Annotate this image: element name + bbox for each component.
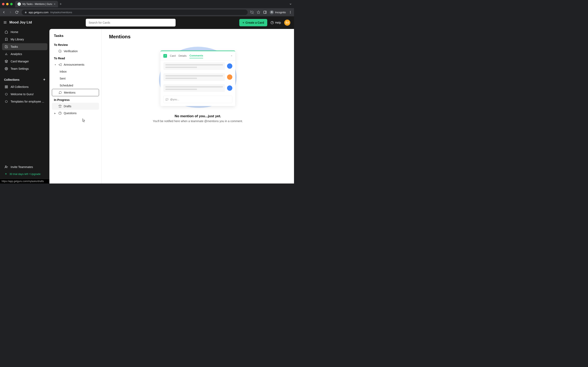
caret-down-icon[interactable]: ▼ — [54, 64, 56, 66]
plus-icon: + — [242, 21, 244, 24]
browser-tab[interactable]: G My Tasks - Mentions | Guru × — [15, 1, 58, 7]
browser-toolbar: app.getguru.com/mytasks/mentions Incogni… — [0, 8, 294, 16]
sidebar-item-home[interactable]: Home — [2, 29, 47, 35]
invite-label: Invite Teammates — [11, 165, 33, 169]
illus-reply-box: @you... — [163, 96, 232, 103]
url-path: /mytasks/mentions — [50, 11, 72, 14]
svg-point-5 — [271, 12, 272, 13]
sidebar-item-templates[interactable]: Templates for employee ... — [2, 98, 47, 105]
app-topbar: + Create a Card Help DJ — [49, 16, 294, 29]
close-window-button[interactable] — [2, 3, 4, 5]
task-item-sent[interactable]: Sent — [52, 75, 99, 82]
hamburger-icon[interactable] — [3, 21, 7, 24]
section-in-progress: In Progress — [52, 96, 99, 103]
panel-icon[interactable] — [263, 10, 267, 14]
trial-upgrade-link[interactable]: 30 trial days left • Upgrade — [2, 171, 47, 177]
svg-point-8 — [290, 12, 291, 13]
comment-bubble — [163, 84, 225, 92]
mentions-main: Mentions ✓ Card Details Comments × — [102, 29, 294, 184]
avatar-icon — [227, 63, 232, 69]
collections-header: Collections + — [0, 75, 49, 83]
task-label: Questions — [64, 111, 77, 115]
help-button[interactable]: Help — [270, 21, 281, 24]
app-main: + Create a Card Help DJ Tasks To Review — [49, 16, 294, 184]
drafts-icon — [58, 105, 62, 108]
back-button[interactable] — [2, 10, 6, 14]
task-label: Scheduled — [60, 84, 73, 87]
close-tab-icon[interactable]: × — [54, 2, 56, 6]
invite-teammates-button[interactable]: Invite Teammates — [2, 164, 47, 170]
maximize-window-button[interactable] — [10, 3, 13, 5]
task-item-scheduled[interactable]: Scheduled — [52, 82, 99, 89]
analytics-icon — [4, 52, 8, 56]
avatar-icon — [227, 75, 232, 80]
task-item-drafts[interactable]: Drafts — [52, 103, 99, 110]
new-tab-button[interactable]: + — [60, 2, 62, 6]
sidebar-item-label: Team Settings — [11, 67, 29, 70]
task-item-mentions[interactable]: Mentions — [52, 89, 99, 96]
task-label: Drafts — [64, 105, 71, 108]
task-item-questions[interactable]: ▶ Questions — [52, 110, 99, 117]
help-label: Help — [275, 21, 281, 24]
tabs-chevron-icon[interactable] — [289, 3, 292, 6]
page-title: Mentions — [109, 34, 287, 40]
svg-rect-20 — [7, 87, 8, 88]
reload-button[interactable] — [15, 11, 19, 14]
user-plus-icon — [4, 165, 8, 169]
task-item-inbox[interactable]: Inbox — [52, 68, 99, 75]
minimize-window-button[interactable] — [6, 3, 9, 5]
incognito-indicator[interactable]: Incognito — [270, 10, 286, 14]
illus-comment — [160, 72, 235, 83]
illustration-card: ✓ Card Details Comments × — [160, 50, 235, 106]
svg-point-9 — [290, 13, 291, 13]
sidebar-item-label: Card Manager — [11, 60, 29, 63]
sidebar-item-card-manager[interactable]: Card Manager — [2, 58, 47, 65]
create-label: Create a Card — [245, 21, 264, 24]
circle-icon — [4, 100, 8, 103]
incognito-label: Incognito — [275, 11, 286, 14]
task-item-verification[interactable]: Verification — [52, 48, 99, 55]
user-avatar[interactable]: DJ — [284, 20, 290, 26]
sidebar-item-all-collections[interactable]: All Collections — [2, 83, 47, 90]
svg-marker-29 — [59, 105, 61, 106]
svg-rect-3 — [264, 11, 267, 13]
sidebar-item-library[interactable]: My Library — [2, 36, 47, 43]
address-bar[interactable]: app.getguru.com/mytasks/mentions — [22, 9, 248, 15]
comment-bubble — [163, 73, 225, 81]
megaphone-icon — [58, 63, 62, 66]
sidebar-item-analytics[interactable]: Analytics — [2, 50, 47, 58]
sidebar-item-label: All Collections — [11, 85, 29, 89]
search-input[interactable] — [86, 19, 176, 26]
trial-label: 30 trial days left • Upgrade — [9, 173, 41, 175]
forward-button[interactable] — [9, 10, 13, 14]
sidebar-item-team-settings[interactable]: Team Settings — [2, 65, 47, 72]
sidebar-item-tasks[interactable]: Tasks — [2, 43, 47, 50]
svg-marker-2 — [257, 11, 260, 14]
kebab-menu-icon[interactable] — [289, 11, 292, 14]
svg-point-6 — [272, 12, 273, 13]
sparkle-icon — [4, 173, 7, 175]
illus-comment — [160, 83, 235, 94]
url-host: app.getguru.com — [29, 11, 49, 14]
star-icon[interactable] — [257, 10, 260, 14]
task-item-announcements[interactable]: ▼ Announcements — [52, 61, 99, 68]
circle-icon — [4, 93, 8, 96]
grid-icon — [4, 85, 8, 89]
favicon: G — [17, 2, 21, 6]
create-card-button[interactable]: + Create a Card — [239, 19, 267, 26]
svg-rect-18 — [5, 86, 6, 87]
app-root: Mood Joy Ltd Home My Library Tasks Analy… — [0, 16, 294, 184]
stack-icon — [4, 60, 8, 63]
section-to-read: To Read — [52, 55, 99, 61]
illus-header: ✓ Card Details Comments × — [160, 51, 235, 60]
toolbar-icons: Incognito — [250, 10, 292, 14]
caret-right-icon[interactable]: ▶ — [54, 112, 56, 114]
svg-rect-19 — [7, 86, 8, 87]
add-collection-icon[interactable]: + — [43, 77, 45, 82]
eye-off-icon[interactable] — [250, 10, 254, 14]
task-label: Sent — [60, 77, 66, 80]
sidebar-item-welcome[interactable]: Welcome to Guru! — [2, 91, 47, 98]
question-icon — [58, 111, 62, 115]
check-icon — [4, 45, 8, 48]
svg-point-22 — [5, 93, 8, 95]
